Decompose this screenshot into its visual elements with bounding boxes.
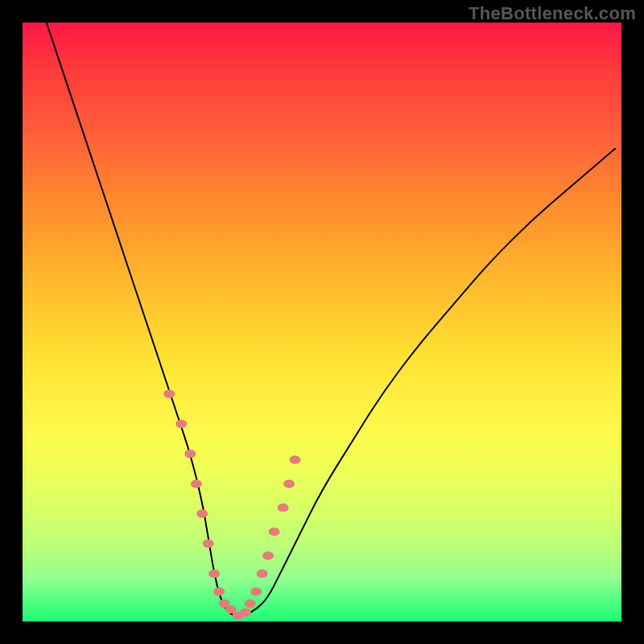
highlight-point — [245, 599, 256, 608]
highlight-points — [163, 390, 300, 620]
highlight-point — [191, 480, 202, 489]
bottleneck-curve — [47, 23, 616, 616]
highlight-point — [175, 419, 187, 428]
highlight-point — [250, 588, 262, 597]
watermark-text: TheBottleneck.com — [469, 3, 636, 24]
highlight-point — [184, 449, 196, 458]
chart-stage: TheBottleneck.com — [0, 0, 644, 644]
highlight-point — [213, 588, 225, 597]
highlight-point — [240, 609, 251, 617]
plot-area — [23, 23, 621, 621]
highlight-point — [196, 510, 208, 518]
highlight-point — [163, 390, 175, 398]
highlight-point — [203, 539, 214, 548]
highlight-point — [290, 456, 301, 464]
chart-overlay — [23, 23, 621, 621]
highlight-point — [269, 527, 280, 536]
highlight-point — [278, 503, 289, 512]
highlight-point — [208, 569, 220, 578]
highlight-point — [262, 551, 274, 560]
highlight-point — [283, 480, 295, 489]
highlight-point — [257, 569, 268, 578]
